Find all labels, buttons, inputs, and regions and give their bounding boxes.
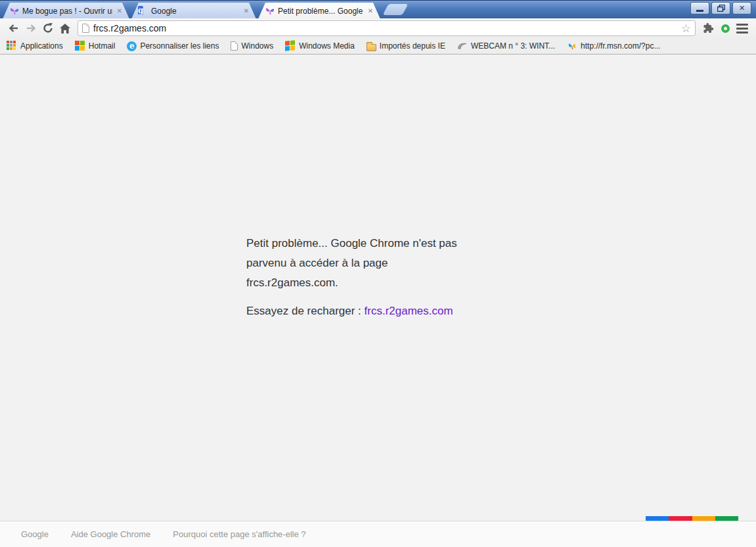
- back-button[interactable]: [5, 20, 22, 37]
- bookmark-star-icon[interactable]: ☆: [681, 23, 691, 34]
- footer-link-aide[interactable]: Aide Google Chrome: [71, 529, 150, 539]
- bookmark-applications[interactable]: Applications: [3, 39, 67, 53]
- bookmark-label: Windows Media: [299, 41, 355, 51]
- forward-button[interactable]: [22, 20, 39, 37]
- msn-butterfly-icon: [265, 6, 275, 16]
- bookmark-windows-media[interactable]: Windows Media: [281, 39, 359, 53]
- green-circle-extension-button[interactable]: [717, 20, 734, 37]
- address-bar[interactable]: frcs.r2games.com ☆: [78, 20, 696, 36]
- folder-icon: [367, 44, 376, 51]
- bookmarks-bar: Applications Hotmail e Personnaliser les…: [0, 38, 756, 55]
- back-arrow-icon: [8, 23, 20, 33]
- tab-title: Google: [151, 7, 239, 16]
- minimize-icon: [696, 10, 703, 12]
- home-icon: [59, 23, 71, 34]
- bookmark-hotmail[interactable]: Hotmail: [71, 39, 120, 53]
- tab-title: Petit problème... Google Chr: [278, 7, 363, 16]
- error-page-footer: Google Aide Google Chrome Pourquoi cette…: [0, 521, 756, 547]
- error-message-line: Petit problème... Google Chrome n'est pa…: [246, 234, 522, 253]
- close-button[interactable]: ✕: [732, 2, 751, 14]
- reload-icon: [42, 22, 54, 34]
- restore-button[interactable]: [711, 2, 730, 14]
- tab-close-icon[interactable]: ✕: [242, 7, 251, 16]
- footer-link-pourquoi[interactable]: Pourquoi cette page s'affiche-elle ?: [173, 529, 305, 539]
- error-message: Petit problème... Google Chrome n'est pa…: [246, 234, 522, 293]
- bookmark-windows[interactable]: Windows: [227, 40, 277, 52]
- tab-petit-probleme-active[interactable]: Petit problème... Google Chr ✕: [258, 3, 380, 19]
- tab-title: Me bogue pas ! - Ouvrir une: [22, 7, 112, 16]
- new-tab-button[interactable]: [382, 4, 408, 15]
- bookmark-label: Windows: [241, 41, 273, 51]
- window-controls: ✕: [690, 2, 751, 14]
- bookmark-label: Applications: [20, 41, 63, 51]
- internet-explorer-icon: e: [127, 41, 137, 51]
- close-icon: ✕: [739, 5, 745, 12]
- retry-line: Essayez de recharger : frcs.r2games.com: [246, 301, 522, 321]
- extension-puzzle-button[interactable]: [700, 20, 717, 37]
- bookmark-personnaliser-les-liens[interactable]: e Personnaliser les liens: [123, 40, 223, 53]
- error-message-block: Petit problème... Google Chrome n'est pa…: [246, 234, 522, 321]
- bookmark-label: http://fr.msn.com/?pc...: [581, 41, 660, 51]
- puzzle-icon: [702, 22, 714, 34]
- bookmark-label: Personnaliser les liens: [140, 41, 219, 51]
- bookmark-webcam[interactable]: WEBCAM n ° 3: WINT...: [453, 39, 559, 53]
- titlebar: Me bogue pas ! - Ouvrir une ✕ g Google ✕…: [0, 0, 756, 18]
- apps-grid-icon: [7, 41, 17, 51]
- error-message-line: frcs.r2games.com.: [246, 273, 522, 293]
- bookmark-fr-msn[interactable]: http://fr.msn.com/?pc...: [563, 39, 664, 53]
- webcam-swoosh-icon: [457, 41, 468, 51]
- error-page-content: Petit problème... Google Chrome n'est pa…: [0, 55, 756, 521]
- hamburger-menu-icon: [736, 24, 748, 33]
- tab-google[interactable]: g Google ✕: [131, 3, 256, 19]
- bookmark-label: Importés depuis IE: [380, 41, 445, 51]
- msn-butterfly-icon: [567, 41, 577, 51]
- bookmark-importes-depuis-ie[interactable]: Importés depuis IE: [363, 40, 449, 53]
- home-button[interactable]: [56, 20, 74, 37]
- chrome-menu-button[interactable]: [734, 20, 751, 37]
- tab-close-icon[interactable]: ✕: [366, 7, 375, 16]
- retry-link[interactable]: frcs.r2games.com: [365, 305, 453, 317]
- restore-icon: [717, 5, 725, 12]
- bookmark-label: WEBCAM n ° 3: WINT...: [471, 41, 555, 51]
- microsoft-squares-icon: [75, 41, 85, 51]
- bookmark-label: Hotmail: [89, 41, 116, 51]
- minimize-button[interactable]: [690, 2, 709, 14]
- tab-close-icon[interactable]: ✕: [115, 7, 124, 16]
- google-favicon: g: [138, 6, 148, 16]
- error-message-line: parvenu à accéder à la page: [246, 253, 522, 273]
- forward-arrow-icon: [25, 23, 37, 33]
- tab-me-bogue-pas[interactable]: Me bogue pas ! - Ouvrir une ✕: [3, 3, 129, 19]
- url-text[interactable]: frcs.r2games.com: [93, 23, 681, 33]
- retry-prefix: Essayez de recharger :: [246, 305, 361, 317]
- green-circle-icon: [721, 24, 730, 33]
- msn-butterfly-icon: [9, 6, 20, 16]
- footer-link-google[interactable]: Google: [21, 529, 49, 539]
- reload-button[interactable]: [39, 20, 56, 37]
- page-icon: [82, 24, 89, 33]
- page-icon: [231, 41, 238, 51]
- navigation-toolbar: frcs.r2games.com ☆: [0, 18, 756, 38]
- windows-flag-icon: [285, 40, 296, 52]
